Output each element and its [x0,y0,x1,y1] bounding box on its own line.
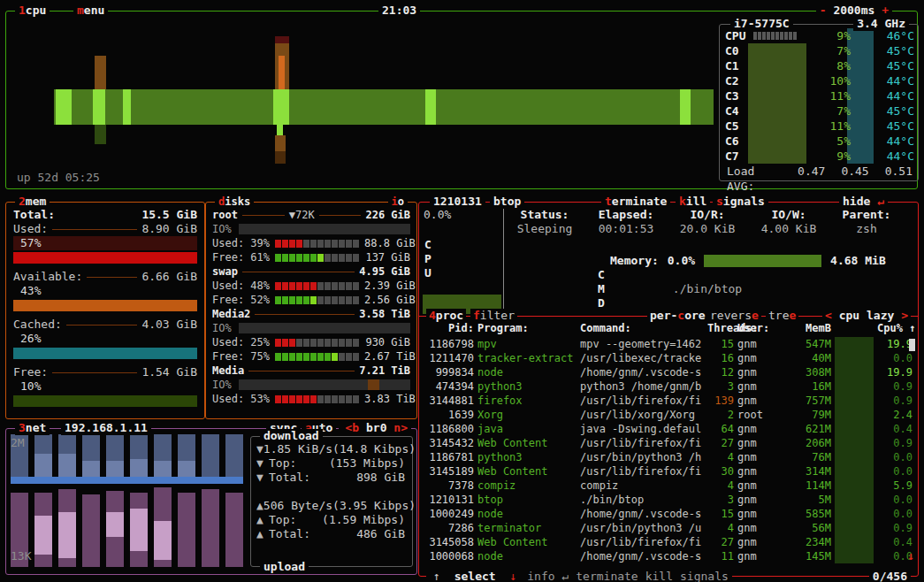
net-box-title[interactable]: 3net [15,421,50,435]
mem-entry-percent: 57% [13,236,197,250]
terminate-button[interactable]: terminate [601,195,670,209]
process-row[interactable]: 1000068node/home/gnm/.vscode-s11gnm145M0… [419,549,911,563]
cpu-graph-segment [95,125,106,144]
process-row[interactable]: 1211470tracker-extract/usr/libexec/track… [419,351,911,365]
reverse-toggle[interactable]: reverse [707,309,761,323]
core-meter [753,103,812,119]
disk-usage-row: Used: 48%2.39 GiB [212,279,410,293]
terminate-menu-button[interactable]: terminate [572,570,641,582]
io-mode-button[interactable]: io [388,195,408,209]
col-threads[interactable]: Threads: [707,321,734,335]
detail-stat-label: IO/W: [748,208,829,222]
process-row[interactable]: 1186798mpvmpv --geometry=146215gnm547M19… [419,337,911,351]
disk-size: 3.58 TiB [359,307,410,321]
col-mem[interactable]: MemB [782,321,831,335]
sort-prev-arrow[interactable]: < [825,309,832,322]
process-cpu-graph [835,379,874,394]
disk-io-graph [239,224,410,234]
process-mem: 757M [782,394,831,408]
process-user: gnm [737,535,778,549]
download-bar [225,434,243,479]
col-pid[interactable]: Pid: [423,321,474,335]
mem-box-title[interactable]: 2mem [15,195,50,209]
core-percent: 8% [812,58,851,73]
kill-button[interactable]: kill [676,195,710,209]
signals-button[interactable]: signals [713,195,768,209]
process-row[interactable]: 7378compizcompiz4gnm114M5.9 [419,479,911,493]
detail-cpu-percent: 0.0% [424,208,451,222]
process-pid: 1000068 [423,549,474,563]
process-row[interactable]: 3145432Web Content/usr/lib/firefox/fi27g… [419,436,911,450]
process-row[interactable]: 3145058Web Content/usr/lib/firefox/fi27g… [419,535,911,549]
col-user[interactable]: User: [737,321,778,335]
col-command[interactable]: Command: [580,321,704,335]
process-row[interactable]: 999834node/home/gnm/.vscode-s12gnm308M19… [419,365,911,379]
cpu-box-title[interactable]: 1cpu [15,4,50,18]
download-bar-light [130,459,148,477]
process-row[interactable]: 7286terminator/usr/bin/python3 /u4gnm56M… [419,521,911,535]
disk-io-row: IO% [212,321,410,335]
process-threads: 15 [707,337,734,351]
kill-menu-button[interactable]: kill [642,570,676,582]
cpu-graph-segment [279,56,285,89]
process-mem: 585M [782,507,831,521]
per-core-toggle[interactable]: per-core [647,309,708,323]
disk-section-header[interactable]: root▼72K226 GiB [212,208,410,222]
disk-section-header[interactable]: swap4.95 GiB [212,264,410,279]
process-row[interactable]: 3145189Web Content/usr/lib/firefox/fi30g… [419,464,911,479]
process-cpu-graph [835,337,874,351]
process-row[interactable]: 1186781python3/usr/bin/python3 /h4gnm76M… [419,450,911,464]
process-cpu: 0.4 [877,422,913,436]
process-row[interactable]: 1000249node/home/gnm/.vscode-s15gnm585M0… [419,507,911,521]
process-row[interactable]: 1639Xorg/usr/lib/xorg/Xorg2root79M2.4 [419,408,911,422]
process-command: /usr/lib/firefox/fi [580,535,704,549]
menu-button[interactable]: menu [73,4,108,18]
process-threads: 27 [707,436,734,450]
upload-bar [202,489,219,567]
process-name: mpv [477,337,577,351]
col-program[interactable]: Program: [477,321,577,335]
interval-decrease-button[interactable]: - [820,4,827,17]
process-cpu-graph [835,521,874,535]
filter-button[interactable]: filter [470,309,517,323]
process-row[interactable]: 1210131btop./bin/btop3gnm5M0.0 [419,493,911,507]
tree-toggle[interactable]: tree [766,309,798,323]
cpu-core-row: C18%45°C [725,58,914,73]
col-cpu[interactable]: Cpu% ↑ [877,321,913,335]
detail-memory-value: 4.68 MiB [830,254,886,268]
signals-menu-button[interactable]: signals [676,570,732,582]
core-temp: 44°C [881,149,914,164]
process-cpu: 0.9 [877,521,913,535]
divider-line [52,229,137,230]
proc-box-title[interactable]: 4proc [426,309,466,323]
process-name: btop [477,493,577,507]
process-name: tracker-extract [477,351,577,365]
process-row[interactable]: 474394python3python3 /home/gnm/b3gnm16M0… [419,379,911,394]
process-row[interactable]: 1186800javajava -Dswing.defaul64gnm621M0… [419,422,911,436]
disk-io-spike [368,379,379,390]
scrollbar-thumb[interactable] [909,339,915,351]
disk-io-activity: ▼72K [289,208,315,222]
disk-row-value: 3.83 TiB [364,392,416,406]
detail-memory-meter [704,255,821,267]
disk-io-label: IO% [212,222,232,236]
select-control[interactable]: ↑ select ↓ [426,570,523,582]
proc-bottom-menu: ↑ select ↓ info ↵ terminate kill signals… [426,570,911,582]
disk-usage-row: Used: 25%930 GiB [212,335,410,349]
interval-increase-button[interactable]: + [882,4,889,17]
hide-button[interactable]: hide ↵ [839,195,888,209]
cpu-core-row: C65%44°C [725,134,914,149]
process-user: gnm [737,521,778,535]
disk-section-header[interactable]: Media7.21 TiB [212,364,410,378]
sort-next-arrow[interactable]: > [901,309,908,322]
process-threads: 2 [707,408,734,422]
sort-column-selector[interactable]: < cpu lazy > [822,309,911,323]
process-row[interactable]: 3144881firefox/usr/lib/firefox/fi139gnm7… [419,394,911,408]
info-button[interactable]: info ↵ [523,570,572,582]
disks-body: root▼72K226 GiBIO%Used: 39%88.8 GiBFree:… [206,203,416,406]
disks-box-title[interactable]: disks [215,195,254,209]
disk-section-header[interactable]: Media23.58 TiB [212,307,410,321]
download-bar-light [34,454,52,477]
scroll-down-indicator[interactable]: ↓ [907,549,914,563]
net-interface-switcher[interactable]: <b br0 n> [342,421,411,435]
